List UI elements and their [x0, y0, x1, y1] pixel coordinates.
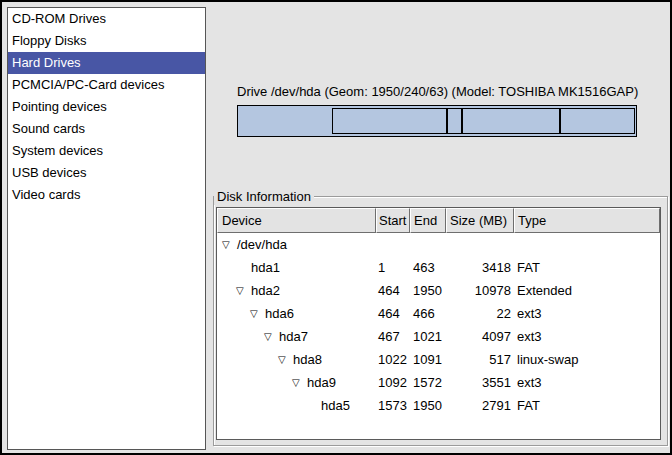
sidebar-item-label: Hard Drives — [12, 55, 81, 70]
expander-open-icon[interactable]: ▽ — [278, 348, 293, 371]
sidebar-item-label: USB devices — [12, 165, 86, 180]
tree-indent — [222, 405, 306, 406]
drive-geometry-label: Drive /dev/hda (Geom: 1950/240/63) (Mode… — [237, 84, 647, 101]
type-cell: FAT — [514, 394, 660, 417]
device-label: hda5 — [321, 394, 350, 417]
sidebar-item-label: System devices — [12, 143, 103, 158]
size-cell: 4097 — [446, 325, 514, 348]
sidebar-item-hard-drives[interactable]: Hard Drives — [8, 52, 205, 74]
type-cell — [514, 233, 660, 256]
end-cell: 463 — [410, 256, 446, 279]
table-row[interactable]: ▽ hda1 1 463 3418 FAT — [217, 256, 660, 279]
table-row[interactable]: ▽ hda6 464 466 22 ext3 — [217, 302, 660, 325]
device-label: hda9 — [307, 371, 336, 394]
size-cell — [446, 233, 514, 256]
type-cell: ext3 — [514, 302, 660, 325]
tree-indent — [222, 267, 236, 268]
type-cell: FAT — [514, 256, 660, 279]
end-cell: 1572 — [410, 371, 446, 394]
tree-indent — [222, 382, 292, 383]
table-row[interactable]: ▽ hda2 464 1950 10978 Extended — [217, 279, 660, 302]
partition-divider — [559, 109, 561, 133]
start-cell: 464 — [376, 279, 410, 302]
type-cell: Extended — [514, 279, 660, 302]
sidebar-item-label: CD-ROM Drives — [12, 11, 106, 26]
expander-open-icon[interactable]: ▽ — [292, 371, 307, 394]
size-cell: 10978 — [446, 279, 514, 302]
end-cell: 1950 — [410, 394, 446, 417]
sidebar-item-pointing-devices[interactable]: Pointing devices — [8, 96, 205, 118]
expander-open-icon[interactable]: ▽ — [222, 233, 237, 256]
device-label: hda2 — [251, 279, 280, 302]
device-label: hda8 — [293, 348, 322, 371]
sidebar-item-pcmcia-pc-card-devices[interactable]: PCMCIA/PC-Card devices — [8, 74, 205, 96]
partition-bar — [237, 105, 637, 137]
device-label: /dev/hda — [237, 233, 287, 256]
disk-table-header: Device Start End Size (MB) Type — [217, 208, 660, 233]
sidebar-item-label: Sound cards — [12, 121, 85, 136]
sidebar-list: CD-ROM Drives Floppy Disks Hard Drives P… — [7, 7, 206, 450]
table-row[interactable]: ▽ hda9 1092 1572 3551 ext3 — [217, 371, 660, 394]
size-cell: 517 — [446, 348, 514, 371]
table-row[interactable]: ▽ hda7 467 1021 4097 ext3 — [217, 325, 660, 348]
end-cell: 466 — [410, 302, 446, 325]
type-cell: linux-swap — [514, 348, 660, 371]
start-cell: 1 — [376, 256, 410, 279]
device-label: hda7 — [279, 325, 308, 348]
column-header-end[interactable]: End — [410, 208, 446, 233]
tree-indent — [222, 290, 236, 291]
table-row[interactable]: ▽ hda8 1022 1091 517 linux-swap — [217, 348, 660, 371]
table-row[interactable]: ▽ /dev/hda — [217, 233, 660, 256]
end-cell: 1091 — [410, 348, 446, 371]
hardware-browser-window: CD-ROM Drives Floppy Disks Hard Drives P… — [0, 0, 672, 455]
column-header-size[interactable]: Size (MB) — [446, 208, 514, 233]
sidebar-item-cd-rom-drives[interactable]: CD-ROM Drives — [8, 8, 205, 30]
sidebar-item-label: Floppy Disks — [12, 33, 86, 48]
expander-open-icon[interactable]: ▽ — [264, 325, 279, 348]
disk-table: Device Start End Size (MB) Type ▽ /dev/h… — [216, 207, 661, 440]
sidebar-item-label: Video cards — [12, 187, 80, 202]
tree-indent — [222, 336, 264, 337]
disk-information-group-label: Disk Information — [214, 189, 314, 205]
sidebar-item-usb-devices[interactable]: USB devices — [8, 162, 205, 184]
expander-open-icon[interactable]: ▽ — [236, 279, 251, 302]
tree-indent — [222, 313, 250, 314]
start-cell: 1022 — [376, 348, 410, 371]
tree-indent — [222, 359, 278, 360]
end-cell — [410, 233, 446, 256]
partition-divider — [446, 109, 448, 133]
type-cell: ext3 — [514, 325, 660, 348]
extended-partition-box — [332, 108, 635, 134]
start-cell: 464 — [376, 302, 410, 325]
start-cell: 1092 — [376, 371, 410, 394]
device-label: hda6 — [265, 302, 294, 325]
start-cell — [376, 233, 410, 256]
sidebar-item-system-devices[interactable]: System devices — [8, 140, 205, 162]
partition-divider — [461, 109, 463, 133]
size-cell: 3418 — [446, 256, 514, 279]
start-cell: 1573 — [376, 394, 410, 417]
column-header-start[interactable]: Start — [376, 208, 410, 233]
device-label: hda1 — [251, 256, 280, 279]
column-header-type[interactable]: Type — [514, 208, 660, 233]
disk-table-body: ▽ /dev/hda ▽ hda1 1 463 3418 FAT ▽ hda2 … — [217, 233, 660, 417]
type-cell: ext3 — [514, 371, 660, 394]
expander-open-icon[interactable]: ▽ — [250, 302, 265, 325]
end-cell: 1021 — [410, 325, 446, 348]
sidebar-item-video-cards[interactable]: Video cards — [8, 184, 205, 206]
end-cell: 1950 — [410, 279, 446, 302]
sidebar-item-floppy-disks[interactable]: Floppy Disks — [8, 30, 205, 52]
size-cell: 22 — [446, 302, 514, 325]
table-row[interactable]: ▽ hda5 1573 1950 2791 FAT — [217, 394, 660, 417]
sidebar-item-label: PCMCIA/PC-Card devices — [12, 77, 164, 92]
sidebar-item-sound-cards[interactable]: Sound cards — [8, 118, 205, 140]
column-header-device[interactable]: Device — [217, 208, 376, 233]
size-cell: 3551 — [446, 371, 514, 394]
sidebar-item-label: Pointing devices — [12, 99, 107, 114]
start-cell: 467 — [376, 325, 410, 348]
size-cell: 2791 — [446, 394, 514, 417]
